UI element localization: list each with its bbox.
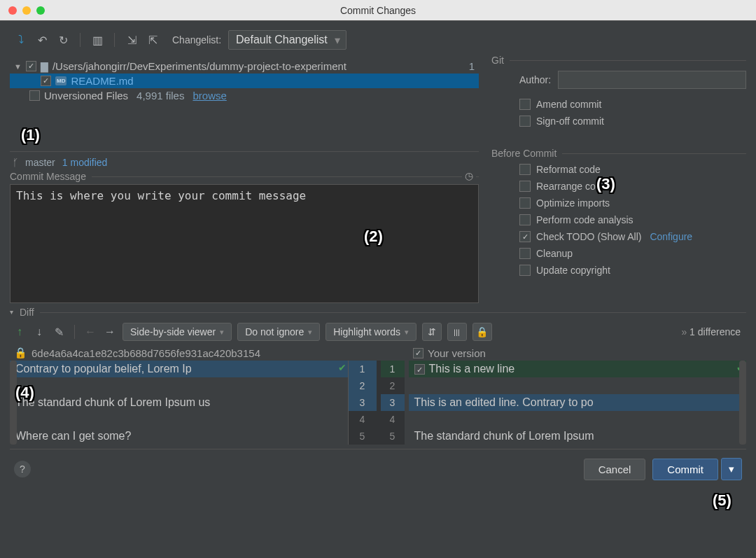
diff-line: The standard chunk of Lorem Ipsum us	[10, 394, 348, 411]
your-version-checkbox[interactable]	[413, 348, 424, 358]
rearrange-checkbox[interactable]	[519, 181, 531, 192]
diff-count: 1 difference	[681, 326, 743, 337]
diff-line	[409, 411, 747, 428]
titlebar: Commit Changes	[0, 0, 756, 21]
commit-button[interactable]: Commit	[652, 459, 718, 480]
lock-small-icon: 🔒	[14, 347, 27, 359]
diff-line	[10, 377, 348, 394]
tree-root-row[interactable]: ▼ ▇ /Users/jahongirr/DevExperiments/dumm…	[10, 59, 479, 74]
diff-line: This is a new line	[409, 361, 747, 377]
diff-line	[409, 377, 747, 394]
cleanup-label: Cleanup	[536, 248, 573, 259]
branch-icon: ᚶ	[13, 157, 18, 168]
right-gutter: 1 2 3 4 5	[377, 361, 405, 445]
left-gutter: 1 2 3 4 5	[349, 361, 377, 445]
file-checkbox[interactable]	[41, 76, 51, 86]
modified-count[interactable]: 1 modified	[62, 157, 108, 168]
diff-line: Contrary to popular belief, Lorem Ip	[10, 361, 348, 377]
copyright-label: Update copyright	[536, 265, 610, 276]
diff-toolbar: ↑ ↓ ✎ ← → Side-by-side viewer Do not ign…	[10, 313, 746, 345]
refresh-icon[interactable]: ⤵	[14, 34, 28, 46]
git-section: Git Author: Amend commit Sign-off commit	[491, 60, 746, 134]
next-change-icon[interactable]: ↓	[32, 326, 46, 338]
amend-checkbox[interactable]	[519, 99, 531, 110]
expand-all-icon[interactable]: ⇲	[125, 34, 139, 47]
unversioned-row[interactable]: Unversioned Files 4,991 files browse	[10, 88, 479, 103]
viewer-select[interactable]: Side-by-side viewer	[122, 323, 232, 341]
lock-icon[interactable]: 🔒	[472, 323, 492, 341]
tree-file-row[interactable]: MD README.md	[10, 74, 479, 88]
todo-checkbox[interactable]	[519, 231, 531, 242]
unversioned-checkbox[interactable]	[29, 90, 40, 101]
cleanup-checkbox[interactable]	[519, 248, 531, 259]
redo-icon[interactable]: ↻	[56, 34, 70, 47]
commit-message-section: Commit Message ◷	[10, 176, 479, 309]
reformat-checkbox[interactable]	[519, 164, 531, 175]
check-icon: ✔	[338, 362, 346, 373]
copyright-checkbox[interactable]	[519, 265, 531, 276]
diff-right-title: Your version	[428, 347, 486, 359]
author-label: Author:	[519, 74, 551, 85]
amend-label: Amend commit	[536, 99, 601, 110]
configure-link[interactable]: Configure	[650, 231, 692, 242]
diff-line	[10, 411, 348, 428]
unversioned-label: Unversioned Files	[44, 90, 128, 102]
diff-header: 🔒6de4a6a4ca1e82c3b688d7656fe931ac420b315…	[10, 345, 746, 361]
branch-bar: ᚶ master 1 modified	[10, 151, 479, 172]
rearrange-label: Rearrange code	[536, 181, 606, 192]
diff-body[interactable]: ✔ Contrary to popular belief, Lorem Ip T…	[10, 361, 746, 445]
changelist-label: Changelist:	[172, 34, 221, 46]
before-commit-legend: Before Commit	[491, 148, 562, 159]
sync-scroll-icon[interactable]: ⫼	[447, 323, 467, 341]
cancel-button[interactable]: Cancel	[584, 459, 646, 480]
folder-icon: ▇	[41, 61, 48, 72]
file-name[interactable]: README.md	[71, 75, 133, 87]
collapse-unchanged-icon[interactable]: ⇵	[422, 323, 442, 341]
diff-line: Where can I get some?	[10, 428, 348, 445]
commit-dropdown-button[interactable]: ▾	[721, 458, 742, 480]
diff-section: Diff ↑ ↓ ✎ ← → Side-by-side viewer Do no…	[10, 312, 746, 445]
browse-link[interactable]: browse	[192, 90, 226, 102]
reformat-label: Reformat code	[536, 164, 601, 175]
before-commit-section: Before Commit Reformat code Rearrange co…	[491, 153, 746, 283]
commit-message-legend: Commit Message	[10, 171, 92, 182]
optimize-checkbox[interactable]	[519, 197, 531, 209]
markdown-file-icon: MD	[55, 76, 66, 85]
window-title: Commit Changes	[0, 5, 756, 16]
diff-left-pane[interactable]: ✔ Contrary to popular belief, Lorem Ip T…	[10, 361, 349, 445]
history-icon[interactable]: ◷	[462, 170, 476, 181]
analysis-label: Perform code analysis	[536, 214, 634, 225]
root-path: /Users/jahongirr/DevExperiments/dummy-pr…	[52, 60, 346, 72]
unversioned-count: 4,991 files	[136, 90, 184, 102]
highlight-select[interactable]: Highlight words	[326, 323, 416, 341]
root-checkbox[interactable]	[26, 61, 36, 71]
diff-right-pane[interactable]: ✔ This is a new line This is an edited l…	[405, 361, 747, 445]
collapse-all-icon[interactable]: ⇱	[146, 34, 160, 47]
undo-icon[interactable]: ↶	[35, 34, 49, 47]
diff-line: This is an edited line. Contrary to po	[409, 394, 747, 411]
check-icon: ✔	[736, 362, 745, 373]
main-toolbar: ⤵ ↶ ↻ ▥ ⇲ ⇱ Changelist: Default Changeli…	[10, 28, 746, 52]
diff-line: The standard chunk of Lorem Ipsum	[409, 428, 747, 445]
commit-message-input[interactable]	[10, 184, 479, 303]
ignore-select[interactable]: Do not ignore	[237, 323, 320, 341]
signoff-label: Sign-off commit	[536, 116, 604, 127]
disclosure-triangle-icon[interactable]: ▼	[14, 62, 22, 71]
footer: ? Cancel Commit ▾	[10, 449, 746, 489]
edit-icon[interactable]: ✎	[52, 326, 66, 339]
line-checkbox[interactable]	[414, 364, 425, 375]
help-button[interactable]: ?	[14, 461, 31, 477]
analysis-checkbox[interactable]	[519, 214, 531, 225]
next-file-icon[interactable]: →	[103, 326, 117, 338]
file-tree[interactable]: ▼ ▇ /Users/jahongirr/DevExperiments/dumm…	[10, 56, 479, 147]
author-input[interactable]	[558, 71, 746, 89]
branch-name: master	[25, 157, 55, 168]
prev-change-icon[interactable]: ↑	[13, 326, 27, 338]
group-icon[interactable]: ▥	[90, 34, 104, 47]
git-legend: Git	[491, 55, 510, 66]
todo-label: Check TODO (Show All)	[536, 231, 641, 242]
optimize-label: Optimize imports	[536, 197, 610, 209]
changelist-select[interactable]: Default Changelist	[228, 30, 346, 50]
signoff-checkbox[interactable]	[519, 116, 531, 127]
diff-legend[interactable]: Diff	[10, 307, 40, 318]
